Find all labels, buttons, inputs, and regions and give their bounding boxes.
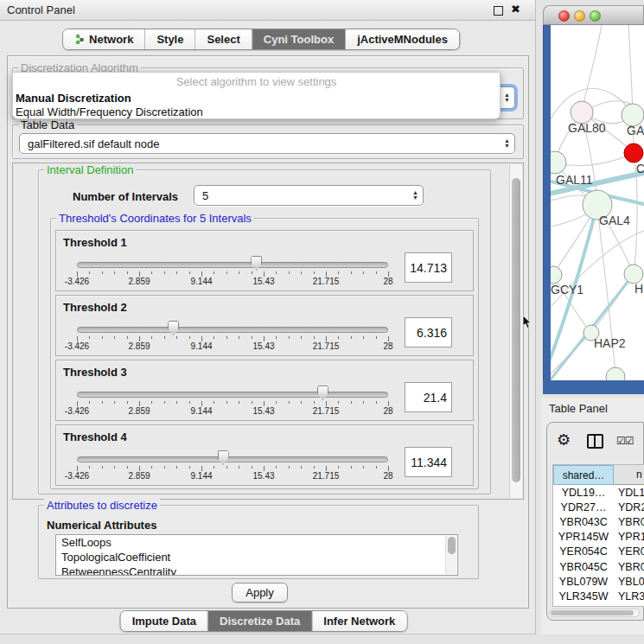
slider-tick [102, 401, 103, 404]
table-row[interactable]: YER054CYER0 [553, 545, 644, 559]
tab-style[interactable]: Style [145, 29, 195, 49]
slider-tick [252, 336, 252, 339]
slider-tick [189, 401, 190, 404]
table-row[interactable]: YDL19…YDL1 [553, 485, 644, 500]
table-cell: YER0 [614, 545, 644, 559]
network-window-titlebar[interactable] [543, 5, 644, 25]
horizontal-scrollbar[interactable] [549, 609, 640, 617]
slider-tick [164, 336, 165, 339]
threshold-value-field[interactable]: 11.344 [405, 447, 452, 477]
table-row[interactable]: YPR145WYPR1 [553, 530, 644, 545]
bottom-tab-impute-data[interactable]: Impute Data [121, 611, 208, 631]
numerical-attributes-list[interactable]: SelfLoopsTopologicalCoefficientBetweenne… [55, 534, 458, 576]
slider-tick [176, 401, 177, 404]
slider-tick [214, 466, 214, 469]
network-node[interactable] [551, 151, 566, 174]
dropdown-option-1[interactable]: Manual Discretization [16, 92, 131, 105]
bottom-tab-infer-network[interactable]: Infer Network [312, 611, 406, 631]
slider-tick-label: 15.43 [252, 406, 274, 416]
slider-tick [363, 401, 364, 404]
table-cell: YDL1 [614, 485, 644, 500]
tab-label: Cyni Toolbox [264, 33, 334, 46]
network-node[interactable] [624, 143, 643, 163]
network-node[interactable] [606, 367, 625, 380]
table-column-header[interactable]: shared… [553, 465, 614, 485]
tab-select[interactable]: Select [195, 29, 252, 49]
float-window-icon[interactable] [494, 6, 503, 16]
slider-tick [363, 271, 364, 274]
threshold-1-box: Threshold 1-3.4262.8599.14415.4321.71528… [55, 230, 474, 291]
slider-tick [114, 271, 115, 274]
tab-network[interactable]: Network [63, 29, 145, 49]
slider-thumb[interactable] [317, 386, 328, 400]
table-cell: YER054C [553, 545, 614, 559]
attribute-list-item[interactable]: BetweennessCentrality [56, 564, 457, 576]
zoom-traffic-light-icon[interactable] [590, 10, 601, 22]
table-row[interactable]: YDR27…YDR2 [553, 500, 644, 514]
table-row[interactable]: YIL053CYIL0 [553, 604, 644, 608]
network-node[interactable] [551, 266, 562, 284]
horizontal-scrollbar-thumb[interactable] [551, 610, 634, 615]
interval-definition-title: Interval Definition [44, 163, 136, 176]
slider-tick [252, 466, 252, 469]
vertical-scrollbar[interactable] [509, 164, 522, 498]
network-graph[interactable]: GAL80GACGAL11GAL4GCY1HHAP2 [551, 25, 644, 380]
split-columns-icon[interactable] [587, 434, 603, 449]
close-traffic-light-icon[interactable] [558, 10, 570, 22]
table-row[interactable]: YBR043CYBR0 [553, 514, 644, 529]
slider-track[interactable] [77, 327, 388, 333]
network-node-label: H [634, 282, 643, 296]
network-node-label: GCY1 [551, 283, 583, 296]
checkboxes-icon[interactable]: ☑☑ [616, 435, 634, 447]
table-data-combobox[interactable]: galFiltered.sif default node ▲▼ [19, 133, 515, 154]
slider-tick [239, 271, 239, 274]
apply-button[interactable]: Apply [232, 583, 288, 603]
table-row[interactable]: YBL079WYBL0 [553, 574, 644, 589]
dropdown-option-2[interactable]: Equal Width/Frequency Discretization [16, 105, 203, 118]
table-row[interactable]: YBR045CYBR0 [553, 559, 644, 574]
table-column-header[interactable]: n [614, 465, 644, 485]
slider-tick-label: -3.426 [65, 471, 89, 481]
numerical-attributes-label: Numerical Attributes [47, 519, 156, 532]
threshold-value-field[interactable]: 21.4 [405, 382, 452, 412]
vertical-scrollbar-thumb[interactable] [512, 178, 520, 482]
network-canvas[interactable]: GAL80GACGAL11GAL4GCY1HHAP2 [551, 25, 644, 380]
number-of-intervals-combobox[interactable]: 5 ▲▼ [194, 185, 424, 206]
tab-jactivemnodules[interactable]: jActiveMNodules [346, 29, 459, 49]
control-panel-title: Control Panel [7, 3, 75, 16]
bottom-tab-bar: Impute DataDiscretize DataInfer Network [120, 610, 408, 632]
minimize-traffic-light-icon[interactable] [574, 10, 585, 22]
slider-track[interactable] [77, 456, 388, 462]
attribute-list-item[interactable]: TopologicalCoefficient [56, 550, 457, 564]
close-icon[interactable]: ✖ [511, 3, 520, 16]
algorithm-dropdown-popup: Select algorithm to view settings Manual… [12, 72, 501, 119]
slider-track[interactable] [77, 262, 388, 268]
threshold-3-box: Threshold 3-3.4262.8599.14415.4321.71528… [55, 360, 474, 421]
slider-track[interactable] [77, 392, 388, 398]
tab-cyni-toolbox[interactable]: Cyni Toolbox [252, 29, 346, 49]
slider-tick [176, 271, 177, 274]
gear-icon[interactable]: ⚙ [557, 430, 571, 450]
slider-tick-label: 2.859 [128, 406, 150, 416]
slider-thumb[interactable] [251, 256, 262, 271]
slider-tick [226, 401, 227, 404]
node-table[interactable]: shared…n YDL19…YDL1YDR27…YDR2YBR043CYBR0… [552, 464, 644, 607]
attribute-list-item[interactable]: SelfLoops [56, 535, 457, 550]
apply-button-label: Apply [245, 586, 274, 599]
attributes-scrollbar[interactable] [445, 536, 456, 574]
bottom-tab-discretize-data[interactable]: Discretize Data [208, 611, 312, 631]
table-panel-title: Table Panel [549, 402, 608, 415]
slider-tick [363, 336, 364, 339]
slider-thumb[interactable] [218, 450, 229, 465]
slider-tick [314, 271, 315, 274]
dropdown-placeholder-item[interactable]: Select algorithm to view settings [13, 75, 500, 88]
threshold-value-field[interactable]: 6.316 [405, 317, 452, 348]
slider-tick [214, 271, 214, 274]
table-panel: Table Panel ⚙ ☑☑ shared…n YDL19…YDL1YDR2… [540, 398, 644, 634]
table-row[interactable]: YLR345WYLR3 [553, 589, 644, 603]
slider-tick-label: 21.715 [313, 341, 340, 351]
slider-thumb[interactable] [168, 321, 179, 335]
slider-tick [276, 271, 277, 274]
threshold-value-field[interactable]: 14.713 [405, 252, 452, 283]
network-node[interactable] [624, 265, 643, 284]
